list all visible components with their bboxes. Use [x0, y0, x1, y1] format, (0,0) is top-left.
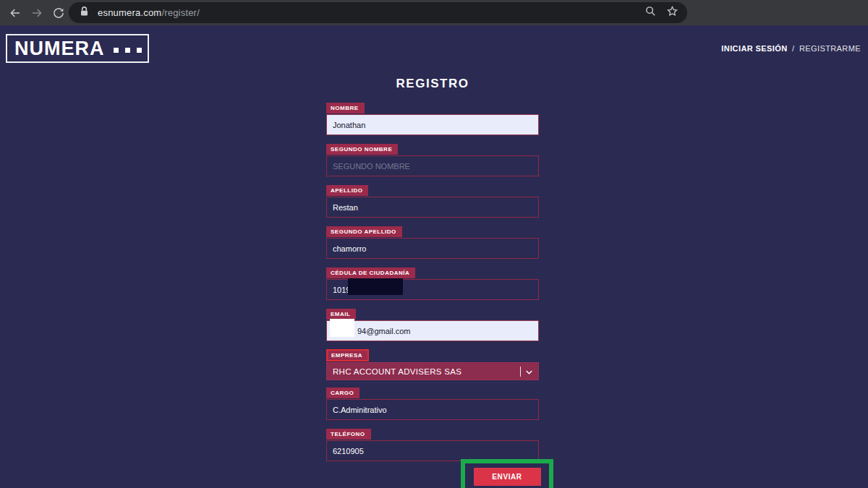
field-label-apellido: APELLIDO — [326, 185, 368, 196]
cargo-input[interactable] — [326, 399, 539, 420]
lock-icon — [80, 6, 89, 20]
email-input[interactable] — [326, 320, 539, 341]
apellido-input[interactable] — [326, 197, 539, 218]
register-page: NUMERA INICIAR SESIÓN / REGISTRARME REGI… — [0, 25, 868, 488]
header-nav: INICIAR SESIÓN / REGISTRARME — [721, 44, 861, 53]
field-empresa: EMPRESA RHC ACCOUNT ADVISERS SAS — [326, 347, 539, 380]
nav-separator: / — [792, 44, 794, 53]
telefono-input[interactable] — [326, 440, 539, 461]
field-segundo-nombre: SEGUNDO NOMBRE — [326, 141, 539, 176]
url-path: /register/ — [161, 7, 200, 18]
field-label-segundo-apellido: SEGUNDO APELLIDO — [326, 226, 402, 237]
field-cedula: CÉDULA DE CIUDADANÍA — [326, 265, 539, 300]
page-title: REGISTRO — [326, 77, 539, 91]
field-apellido: APELLIDO — [326, 182, 539, 218]
chevron-down-icon — [524, 367, 535, 379]
field-label-telefono: TELÉFONO — [326, 429, 371, 440]
nombre-input[interactable] — [326, 114, 539, 135]
field-telefono: TELÉFONO — [326, 426, 539, 461]
nav-iniciar-sesion[interactable]: INICIAR SESIÓN — [721, 44, 787, 53]
logo-dots — [114, 48, 142, 53]
field-label-empresa: EMPRESA — [326, 349, 369, 361]
bookmark-star-icon[interactable] — [666, 5, 678, 20]
segundo-nombre-input[interactable] — [326, 155, 539, 176]
segundo-apellido-input[interactable] — [326, 238, 539, 259]
field-label-segundo-nombre: SEGUNDO NOMBRE — [326, 144, 398, 155]
enviar-button[interactable]: ENVIAR — [474, 468, 541, 486]
empresa-selected-value: RHC ACCOUNT ADVISERS SAS — [333, 367, 461, 376]
highlight-box: ENVIAR — [461, 459, 553, 488]
field-nombre: NOMBRE — [326, 100, 539, 135]
redaction-box-dark — [348, 278, 403, 295]
field-label-cedula: CÉDULA DE CIUDADANÍA — [326, 267, 415, 278]
empresa-select[interactable]: RHC ACCOUNT ADVISERS SAS — [326, 362, 539, 380]
numera-logo: NUMERA — [6, 34, 149, 63]
reload-icon[interactable] — [52, 7, 65, 20]
field-segundo-apellido: SEGUNDO APELLIDO — [326, 223, 539, 259]
field-label-cargo: CARGO — [326, 388, 359, 398]
field-email: EMAIL — [326, 306, 539, 341]
url-text: esnumera.com/register/ — [98, 7, 200, 18]
register-form: REGISTRO NOMBRE SEGUNDO NOMBRE APELLIDO … — [326, 25, 539, 488]
select-divider — [520, 367, 521, 377]
url-bar[interactable]: esnumera.com/register/ — [69, 2, 687, 23]
field-cargo: CARGO — [326, 385, 539, 420]
field-label-nombre: NOMBRE — [326, 103, 365, 114]
logo-text: NUMERA — [14, 38, 105, 60]
browser-toolbar: esnumera.com/register/ — [0, 0, 868, 25]
redaction-box-light — [330, 319, 354, 337]
url-host: esnumera.com — [98, 7, 161, 18]
forward-icon[interactable] — [30, 7, 43, 20]
magnifier-icon[interactable] — [644, 5, 657, 20]
nav-registrarme[interactable]: REGISTRARME — [799, 44, 861, 53]
back-icon[interactable] — [9, 7, 22, 20]
field-label-email: EMAIL — [326, 309, 356, 320]
